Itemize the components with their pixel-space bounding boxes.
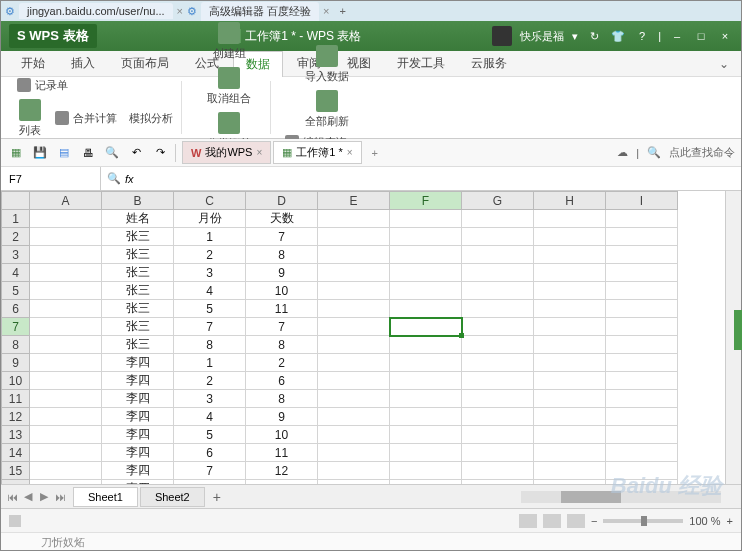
cell[interactable]	[390, 426, 462, 444]
save-button[interactable]: 💾	[31, 144, 49, 162]
cell[interactable]	[390, 462, 462, 480]
cell[interactable]: 李四	[102, 444, 174, 462]
zoom-slider[interactable]	[603, 519, 683, 523]
browser-tab[interactable]: 高级编辑器 百度经验	[201, 2, 319, 21]
sync-icon[interactable]: ↻	[586, 28, 602, 44]
cell[interactable]	[606, 210, 678, 228]
cell[interactable]: 9	[246, 264, 318, 282]
cell[interactable]	[390, 264, 462, 282]
fx-button[interactable]: fx	[125, 173, 134, 185]
cell[interactable]: 5	[174, 300, 246, 318]
cell[interactable]	[462, 210, 534, 228]
cell[interactable]	[318, 444, 390, 462]
side-tab[interactable]	[734, 310, 742, 350]
cell[interactable]	[534, 246, 606, 264]
cell[interactable]: 8	[246, 246, 318, 264]
prev-sheet-button[interactable]: ◀	[21, 490, 35, 504]
redo-button[interactable]: ↷	[151, 144, 169, 162]
cell[interactable]: 李四	[102, 408, 174, 426]
cell[interactable]	[534, 300, 606, 318]
sheet-tab[interactable]: Sheet2	[140, 487, 205, 507]
close-icon[interactable]: ×	[347, 147, 353, 158]
menu-start[interactable]: 开始	[9, 51, 57, 76]
undo-button[interactable]: ↶	[127, 144, 145, 162]
menu-cloud[interactable]: 云服务	[459, 51, 519, 76]
row-header[interactable]: 1	[2, 210, 30, 228]
help-icon[interactable]: ?	[634, 28, 650, 44]
ribbon-collapse-icon[interactable]: ⌄	[715, 53, 733, 75]
cell[interactable]	[318, 210, 390, 228]
cell[interactable]: 7	[174, 462, 246, 480]
zoom-level[interactable]: 100 %	[689, 515, 720, 527]
cell[interactable]: 9	[246, 408, 318, 426]
cell[interactable]	[390, 300, 462, 318]
cell[interactable]	[606, 390, 678, 408]
cell[interactable]	[390, 372, 462, 390]
row-header[interactable]: 9	[2, 354, 30, 372]
cell[interactable]: 6	[246, 372, 318, 390]
column-header[interactable]: H	[534, 192, 606, 210]
zoom-in-button[interactable]: +	[727, 515, 733, 527]
cell[interactable]: 李四	[102, 480, 174, 485]
cell[interactable]	[534, 408, 606, 426]
cell[interactable]	[606, 354, 678, 372]
new-button[interactable]: ▦	[7, 144, 25, 162]
dropdown-icon[interactable]: ▾	[572, 30, 578, 43]
view-normal-button[interactable]	[519, 514, 537, 528]
cell[interactable]	[390, 318, 462, 336]
cell[interactable]	[318, 354, 390, 372]
analyze-button[interactable]: 模拟分析	[125, 97, 177, 140]
avatar[interactable]	[492, 26, 512, 46]
cell[interactable]	[606, 462, 678, 480]
cell[interactable]	[30, 372, 102, 390]
cell[interactable]	[390, 282, 462, 300]
cell[interactable]: 11	[246, 300, 318, 318]
cell[interactable]: 1	[174, 354, 246, 372]
menu-pagelayout[interactable]: 页面布局	[109, 51, 181, 76]
cell[interactable]: 张三	[102, 228, 174, 246]
cell[interactable]	[462, 408, 534, 426]
cell[interactable]: 4	[174, 282, 246, 300]
cell[interactable]	[30, 282, 102, 300]
row-header[interactable]: 16	[2, 480, 30, 485]
cell[interactable]	[318, 426, 390, 444]
next-sheet-button[interactable]: ▶	[37, 490, 51, 504]
column-header[interactable]: A	[30, 192, 102, 210]
cell[interactable]: 10	[246, 426, 318, 444]
cell[interactable]	[534, 318, 606, 336]
row-header[interactable]: 7	[2, 318, 30, 336]
select-all-corner[interactable]	[2, 192, 30, 210]
cell[interactable]: 11	[246, 444, 318, 462]
cell[interactable]	[30, 444, 102, 462]
zoom-out-button[interactable]: −	[591, 515, 597, 527]
cell[interactable]: 2	[174, 372, 246, 390]
cell[interactable]	[606, 282, 678, 300]
cell[interactable]: 10	[246, 282, 318, 300]
close-icon[interactable]: ×	[323, 5, 329, 17]
cell[interactable]: 4	[174, 408, 246, 426]
zoom-icon[interactable]: 🔍	[107, 172, 121, 185]
cell[interactable]	[30, 300, 102, 318]
cell[interactable]	[30, 318, 102, 336]
cell[interactable]	[318, 282, 390, 300]
cell[interactable]	[462, 336, 534, 354]
cell[interactable]: 8	[174, 336, 246, 354]
cell[interactable]: 张三	[102, 300, 174, 318]
row-header[interactable]: 8	[2, 336, 30, 354]
import-button[interactable]: 导入数据	[299, 43, 355, 86]
cell[interactable]	[606, 318, 678, 336]
cell[interactable]	[462, 318, 534, 336]
view-page-button[interactable]	[543, 514, 561, 528]
shirt-icon[interactable]: 👕	[610, 28, 626, 44]
cell[interactable]	[606, 408, 678, 426]
row-header[interactable]: 15	[2, 462, 30, 480]
row-header[interactable]: 3	[2, 246, 30, 264]
cell[interactable]	[30, 354, 102, 372]
cell[interactable]	[318, 264, 390, 282]
cloud-icon[interactable]: ☁	[617, 146, 628, 159]
menu-devtools[interactable]: 开发工具	[385, 51, 457, 76]
close-icon[interactable]: ×	[177, 5, 183, 17]
column-header[interactable]: G	[462, 192, 534, 210]
cell[interactable]: 3	[174, 264, 246, 282]
print-button[interactable]: 🖶	[79, 144, 97, 162]
